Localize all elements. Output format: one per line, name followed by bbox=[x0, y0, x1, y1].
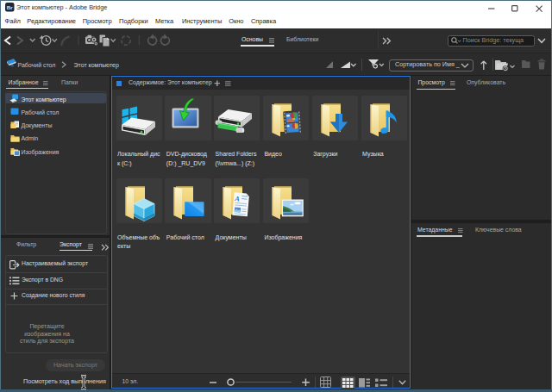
svg-text:Br: Br bbox=[6, 4, 12, 10]
